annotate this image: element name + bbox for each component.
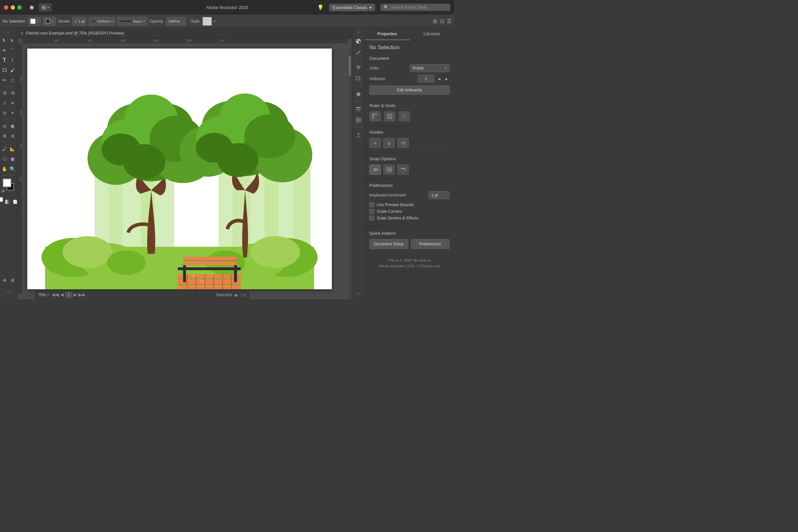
artboards-panel-icon[interactable] bbox=[354, 115, 363, 125]
artboard-prev-btn[interactable]: ◀ bbox=[436, 76, 442, 82]
document-setup-btn[interactable]: Document Setup bbox=[369, 239, 408, 249]
minimize-button[interactable] bbox=[11, 5, 15, 10]
end-icon[interactable]: ▷| bbox=[241, 292, 246, 298]
scale-corners-checkbox[interactable] bbox=[369, 209, 374, 214]
measure-btn[interactable]: 📐 bbox=[9, 144, 16, 154]
align-icon[interactable]: ⊞ bbox=[433, 18, 437, 24]
snap-to-grid-btn[interactable] bbox=[383, 165, 395, 174]
more-tools[interactable]: ··· bbox=[5, 288, 12, 294]
lightbulb-icon[interactable]: 💡 bbox=[317, 4, 324, 11]
rotate-tool-btn[interactable]: ↺ bbox=[1, 89, 8, 98]
stroke-color-picker[interactable]: ▾ bbox=[43, 17, 56, 25]
transform-panel-icon[interactable] bbox=[354, 74, 363, 84]
pencil-tool-btn[interactable]: ✏ bbox=[1, 75, 8, 85]
hand-tool-btn[interactable]: ✋ bbox=[1, 164, 8, 174]
home-icon[interactable]: 🏠 bbox=[27, 3, 36, 12]
appearance-icon[interactable] bbox=[354, 89, 363, 99]
tab-close-btn[interactable]: ✕ bbox=[20, 31, 24, 36]
brush-profile[interactable]: Basic ▾ bbox=[117, 17, 147, 25]
vertical-scrollbar[interactable] bbox=[348, 49, 352, 299]
color-mode-btn[interactable] bbox=[0, 197, 3, 202]
transform-icon[interactable]: ⊡ bbox=[440, 18, 444, 24]
zoom-level[interactable]: 75% ▾ bbox=[38, 292, 49, 297]
artwork-canvas[interactable] bbox=[27, 49, 332, 289]
line-tool-btn[interactable]: / bbox=[9, 56, 16, 65]
use-preview-bounds-checkbox[interactable] bbox=[369, 203, 374, 207]
canvas-wrapper[interactable]: 100 200 300 400 500 600 bbox=[17, 39, 352, 299]
draw-mode-btn[interactable]: ⊕ bbox=[1, 276, 8, 285]
show-rulers-btn[interactable] bbox=[369, 111, 381, 121]
preferences-btn[interactable]: Preferences bbox=[411, 239, 450, 249]
pen-tool-btn[interactable]: ✒ bbox=[1, 45, 8, 55]
gradient-mode-btn[interactable] bbox=[4, 197, 11, 207]
blend-tool-btn[interactable]: ⬡ bbox=[1, 154, 8, 164]
panel-collapse-top[interactable]: ◂ bbox=[358, 30, 359, 34]
stroke-profile[interactable]: Uniform ▾ bbox=[89, 17, 115, 25]
artboard-number[interactable]: 1 bbox=[65, 292, 72, 298]
column-graph-btn[interactable]: ▦ bbox=[9, 121, 16, 131]
snap-to-pixel-btn[interactable] bbox=[397, 165, 408, 174]
paintbrush-tool-btn[interactable]: 🖌 bbox=[9, 65, 16, 75]
workspace-selector[interactable]: Essentials Classic ▾ bbox=[329, 4, 375, 11]
selection-tool-btn[interactable] bbox=[1, 36, 8, 45]
next-btn[interactable]: ▶ bbox=[74, 292, 77, 298]
keyboard-inc-input[interactable]: 1 pt bbox=[428, 191, 450, 199]
scroll-thumb[interactable] bbox=[348, 56, 351, 76]
style-preview[interactable] bbox=[203, 17, 212, 25]
screen-mode-btn[interactable]: ⊞ bbox=[9, 276, 16, 285]
export-icon[interactable] bbox=[354, 130, 363, 140]
color-panel-icon[interactable] bbox=[354, 36, 363, 46]
fill-color-picker[interactable]: ▾ bbox=[28, 17, 41, 25]
show-dot-grid-btn[interactable] bbox=[399, 111, 410, 121]
prev-btn[interactable]: ◀ bbox=[60, 292, 64, 298]
puppet-warp-btn[interactable]: ✶ bbox=[9, 108, 16, 118]
swap-colors-icon[interactable]: ⇄ bbox=[1, 189, 5, 193]
none-mode-btn[interactable] bbox=[12, 197, 18, 207]
edit-artboards-btn[interactable]: Edit Artboards bbox=[369, 86, 450, 95]
maximize-button[interactable] bbox=[17, 5, 22, 10]
eyedropper-btn[interactable]: 🖊 bbox=[1, 144, 8, 154]
direct-selection-tool-btn[interactable] bbox=[9, 36, 16, 45]
panels-icon[interactable]: ☰ bbox=[447, 18, 452, 24]
prev-artboard-btn[interactable]: ◀◀ bbox=[52, 292, 59, 298]
stroke-panel-icon[interactable] bbox=[354, 48, 363, 58]
align-panel-icon[interactable] bbox=[354, 62, 363, 73]
stroke-value-field[interactable]: ▲ ▼ 1 pt bbox=[73, 17, 87, 25]
artboard-next-btn[interactable]: ▶ bbox=[443, 76, 450, 82]
free-transform-btn[interactable]: ⊡ bbox=[1, 108, 8, 118]
play-icon[interactable]: ▶ bbox=[235, 292, 239, 298]
workspace-switcher[interactable]: ⊞ ▾ bbox=[39, 3, 52, 12]
units-dropdown[interactable]: Points ▾ bbox=[410, 64, 450, 72]
smart-guides-btn[interactable] bbox=[397, 138, 408, 148]
artboard-tool-btn[interactable]: ⊞ bbox=[1, 131, 8, 141]
snap-to-point-btn[interactable] bbox=[369, 165, 381, 174]
close-button[interactable] bbox=[4, 5, 8, 10]
tab-libraries[interactable]: Libraries bbox=[410, 28, 455, 40]
gradient-mesh-btn[interactable]: ▩ bbox=[9, 154, 16, 164]
layers-panel-icon[interactable] bbox=[354, 104, 363, 114]
lock-guides-btn[interactable] bbox=[383, 138, 395, 148]
foreground-color[interactable] bbox=[3, 178, 11, 187]
opacity-field[interactable]: 100% ▶ bbox=[166, 17, 186, 25]
show-grid-btn[interactable] bbox=[384, 111, 395, 121]
slice-tool-btn[interactable]: ⊟ bbox=[9, 131, 16, 141]
symbol-sprayer-btn[interactable]: ◎ bbox=[1, 121, 8, 131]
show-guides-btn[interactable] bbox=[369, 138, 381, 148]
scale-strokes-checkbox[interactable] bbox=[369, 216, 374, 221]
curvature-tool-btn[interactable]: ⌒ bbox=[9, 45, 16, 55]
next-artboard-btn[interactable]: ▶▶ bbox=[78, 292, 86, 298]
zoom-tool-btn[interactable]: 🔍 bbox=[9, 164, 16, 174]
scale-tool-btn[interactable]: ⤢ bbox=[1, 98, 8, 108]
tab-properties[interactable]: Properties bbox=[365, 28, 410, 40]
artboard-input[interactable]: 1 bbox=[418, 75, 434, 83]
type-tool-btn[interactable]: T bbox=[1, 56, 8, 65]
svg-text:200: 200 bbox=[19, 110, 22, 115]
toolbox-collapse-top[interactable]: ▸ bbox=[8, 30, 9, 34]
panel-collapse-bottom[interactable]: ◂ bbox=[358, 291, 359, 295]
svg-rect-154 bbox=[387, 170, 389, 172]
shaper-tool-btn[interactable]: ⬡ bbox=[9, 75, 16, 85]
rect-tool-btn[interactable] bbox=[1, 65, 8, 75]
reflect-tool-btn[interactable]: ⟲ bbox=[9, 89, 16, 98]
search-stock[interactable]: 🔍 Search Adobe Stock bbox=[380, 4, 450, 11]
warp-tool-btn[interactable]: ≋ bbox=[9, 98, 16, 108]
